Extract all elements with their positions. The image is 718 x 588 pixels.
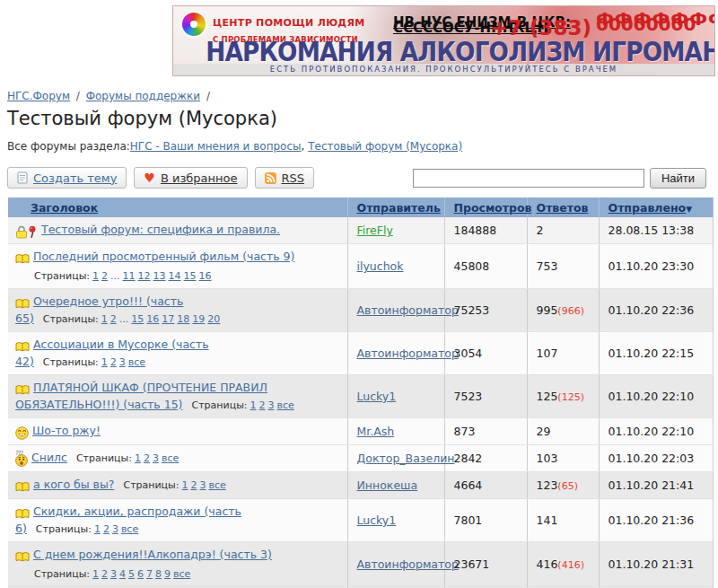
page-link[interactable]: 1 <box>250 399 257 411</box>
sender-link[interactable]: Lucky1 <box>357 390 397 403</box>
views-count: 184888 <box>444 217 527 244</box>
page-link[interactable]: все <box>173 568 190 580</box>
page-link[interactable]: 20 <box>207 313 220 325</box>
sort-by-views[interactable]: Просмотров <box>454 201 532 215</box>
page-link[interactable]: 15 <box>131 313 144 325</box>
replies-count: 995(966) <box>527 289 599 332</box>
page-link[interactable]: 11 <box>123 270 136 282</box>
topic-link[interactable]: а кого бы вы? <box>33 478 114 491</box>
page-link[interactable]: 2 <box>144 452 150 464</box>
page-link[interactable]: 5 <box>128 568 135 580</box>
pages-label: Страницы: <box>192 399 248 411</box>
breadcrumb-ngs-forum[interactable]: НГС.Форум <box>7 90 70 102</box>
page-link[interactable]: 14 <box>169 270 181 282</box>
sender-link[interactable]: Иннокеша <box>357 478 418 492</box>
page-link[interactable]: 13 <box>153 270 166 282</box>
pages-ellipsis: ... <box>119 313 129 325</box>
create-topic-button[interactable]: Создать тему <box>7 167 127 189</box>
page-link[interactable]: 3 <box>119 356 126 368</box>
sender-link[interactable]: Mr.Ash <box>357 425 395 438</box>
page-link[interactable]: 12 <box>138 270 151 282</box>
page-link[interactable]: 19 <box>192 313 205 325</box>
confused-smiley-icon: ??? <box>15 452 28 467</box>
topic-link[interactable]: С днем рождения!!Алкопадрэ! (часть 3) <box>33 548 272 561</box>
page-title: Тестовый форум (Мусорка) <box>7 108 706 129</box>
page-link[interactable]: 18 <box>177 313 189 325</box>
page-link[interactable]: 17 <box>162 313 174 325</box>
topic-row: Тестовый форум: специфика и правила.Fire… <box>8 217 713 244</box>
page-link[interactable]: 2 <box>110 313 117 325</box>
add-to-favorites-button[interactable]: ♥ В избранное <box>134 167 247 189</box>
search-button[interactable]: Найти <box>650 168 706 189</box>
section-link-ngs-opinions[interactable]: НГС - Ваши мнения и вопросы <box>130 140 302 153</box>
pages-list: Страницы:123все <box>76 452 179 464</box>
views-count: 873 <box>444 418 527 445</box>
help-center-line1: ЦЕНТР ПОМОЩИ ЛЮДЯМ <box>213 17 364 29</box>
sender-link[interactable]: Доктор_Вазелин <box>357 452 455 465</box>
book-icon <box>15 298 30 310</box>
topic-row: а кого бы вы?Страницы:123всеИннокеша4664… <box>8 472 713 499</box>
page-link[interactable]: 2 <box>101 270 108 282</box>
page-link[interactable]: 2 <box>259 399 266 411</box>
sender-link[interactable]: Автоинформатор <box>357 347 459 360</box>
sent-date: 01.10.20 21:36 <box>599 499 713 542</box>
page-link[interactable]: 9 <box>164 568 171 580</box>
sort-by-date[interactable]: Отправлено <box>609 201 687 215</box>
page-link[interactable]: все <box>121 523 138 535</box>
page-link[interactable]: 1 <box>94 523 101 535</box>
page-link[interactable]: 2 <box>110 356 117 368</box>
views-count: 3054 <box>444 332 527 375</box>
pages-label: Страницы: <box>34 270 90 282</box>
views-count: 7801 <box>444 499 527 542</box>
page-link[interactable]: все <box>277 399 294 411</box>
sort-by-sender[interactable]: Отправитель <box>357 201 441 215</box>
sender-link[interactable]: ilyuchok <box>357 259 404 273</box>
page-link[interactable]: 1 <box>92 270 99 282</box>
page-link[interactable]: 1 <box>135 452 141 464</box>
page-link[interactable]: 3 <box>110 568 117 580</box>
page-link[interactable]: 1 <box>101 356 108 368</box>
page-link[interactable]: 8 <box>155 568 162 580</box>
topic-row: Шо-то ржу!Mr.Ash8732901.10.20 22:10 <box>8 418 713 445</box>
replies-count: 107 <box>527 332 599 375</box>
sort-by-replies[interactable]: Ответов <box>537 201 589 215</box>
breadcrumb-support-forums[interactable]: Форумы поддержки <box>86 90 200 102</box>
page-link[interactable]: 4 <box>119 568 126 580</box>
page-link[interactable]: 16 <box>146 313 159 325</box>
page-link[interactable]: 1 <box>101 313 108 325</box>
page-link[interactable]: 3 <box>112 523 118 535</box>
page-link[interactable]: 3 <box>268 399 275 411</box>
topic-link[interactable]: Шо-то ржу! <box>32 424 101 437</box>
section-forums-line: Все форумы раздела:НГС - Ваши мнения и в… <box>7 140 706 153</box>
section-link-test-forum[interactable]: Тестовый форум (Мусорка) <box>308 140 462 153</box>
page-link[interactable]: 7 <box>146 568 153 580</box>
sent-date: 01.10.20 23:30 <box>599 244 713 289</box>
sender-link[interactable]: Автоинформатор <box>357 557 459 571</box>
page-link[interactable]: 1 <box>181 479 188 491</box>
page-link[interactable]: 15 <box>184 270 197 282</box>
page-link[interactable]: 16 <box>199 270 212 282</box>
sort-desc-icon: ▼ <box>686 205 692 214</box>
page-link[interactable]: 2 <box>101 568 108 580</box>
topic-link[interactable]: Последний просмотренный фильм (часть 9) <box>33 250 294 263</box>
rss-button[interactable]: RSS <box>255 167 315 189</box>
page-link[interactable]: 2 <box>190 479 197 491</box>
page-link[interactable]: все <box>162 452 179 464</box>
sender-link[interactable]: Lucky1 <box>357 513 397 527</box>
page-link[interactable]: все <box>128 356 145 368</box>
topic-link[interactable]: Тестовый форум: специфика и правила. <box>41 223 280 236</box>
sort-by-title[interactable]: Заголовок <box>31 201 98 215</box>
replies-count: 141 <box>527 499 599 542</box>
ad-banner[interactable]: ЦЕНТР ПОМОЩИ ЛЮДЯМ С ПРОБЛЕМАМИ ЗАВИСИМО… <box>172 5 715 76</box>
pages-label: Страницы: <box>43 356 99 368</box>
page-link[interactable]: 2 <box>103 523 109 535</box>
page-link[interactable]: все <box>208 479 225 491</box>
page-link[interactable]: 1 <box>92 568 99 580</box>
search-input[interactable] <box>413 169 644 188</box>
sender-link[interactable]: Автоинформатор <box>357 303 459 317</box>
page-link[interactable]: 3 <box>199 479 206 491</box>
sender-link[interactable]: FireFly <box>357 224 393 237</box>
topic-link[interactable]: Снилс <box>31 451 67 464</box>
page-link[interactable]: 6 <box>137 568 144 580</box>
page-link[interactable]: 3 <box>153 452 159 464</box>
